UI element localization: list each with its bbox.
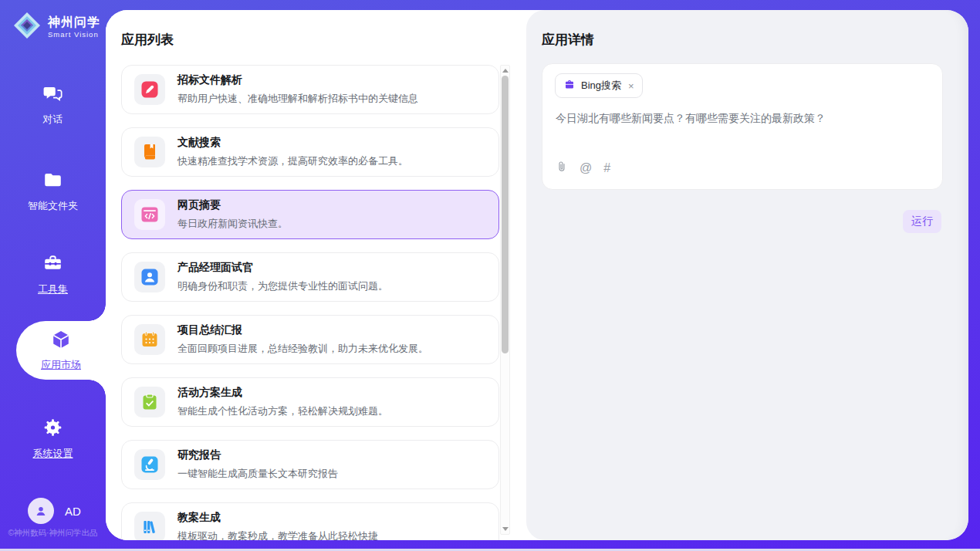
sidebar-item-smart-folder[interactable]: 智能文件夹 <box>0 170 106 213</box>
app-desc: 全面回顾项目进展，总结经验教训，助力未来优化发展。 <box>177 342 428 356</box>
calendar-icon <box>134 324 165 355</box>
app-title: 活动方案生成 <box>177 386 388 400</box>
app-desc: 智能生成个性化活动方案，轻松解决规划难题。 <box>177 404 388 418</box>
app-list-scrollbar[interactable] <box>500 65 510 535</box>
user-account[interactable]: AD <box>28 498 81 524</box>
content-area: 应用列表 招标文件解析 帮助用户快速、准确地理解和解析招标书中的关键信息 <box>106 10 968 540</box>
interviewer-icon <box>134 262 165 292</box>
cube-icon <box>50 329 72 353</box>
app-desc: 每日政府新闻资讯快查。 <box>177 217 288 231</box>
brand-tagline: Smart Vision <box>48 31 100 39</box>
browser-code-icon <box>134 199 165 230</box>
run-button[interactable]: 运行 <box>903 210 941 233</box>
paperclip-icon[interactable] <box>556 160 568 177</box>
chat-icon <box>42 83 63 106</box>
briefcase-icon <box>563 79 576 93</box>
app-card-research-report[interactable]: 研究报告 一键智能生成高质量长文本研究报告 <box>121 440 499 489</box>
app-desc: 帮助用户快速、准确地理解和解析招标书中的关键信息 <box>177 92 418 106</box>
sidebar: 神州问学 Smart Vision 对话 智能文件夹 <box>0 0 106 549</box>
books-icon <box>134 512 165 540</box>
avatar[interactable] <box>28 498 54 524</box>
book-icon <box>134 137 165 167</box>
brand-name: 神州问学 <box>48 15 100 29</box>
sidebar-item-app-market[interactable]: 应用市场 <box>16 321 106 380</box>
sidebar-item-label: 工具集 <box>38 282 68 296</box>
query-text[interactable]: 今日湖北有哪些新闻要点？有哪些需要关注的最新政策？ <box>556 112 930 126</box>
app-detail-title: 应用详情 <box>542 31 594 49</box>
tag-label: Bing搜索 <box>581 79 621 93</box>
mention-icon[interactable]: @ <box>580 162 592 174</box>
sidebar-item-label: 对话 <box>43 113 63 127</box>
sidebar-item-label: 应用市场 <box>41 358 81 372</box>
scroll-up-arrow-icon[interactable] <box>501 66 509 76</box>
app-desc: 模板驱动，教案秒成，教学准备从此轻松快捷 <box>177 529 378 540</box>
copyright-text: ©神州数码·神州问学出品 <box>0 528 106 539</box>
app-list-title: 应用列表 <box>121 31 174 49</box>
scrollbar-thumb[interactable] <box>502 76 509 353</box>
hashtag-icon[interactable]: # <box>603 162 610 174</box>
clipboard-check-icon <box>134 387 165 417</box>
app-desc: 明确身份和职责，为您提供专业性的面试问题。 <box>177 279 388 293</box>
brand-logo: 神州问学 Smart Vision <box>12 11 100 43</box>
sidebar-item-chat[interactable]: 对话 <box>0 83 106 127</box>
folder-icon <box>42 170 63 193</box>
tender-doc-icon <box>134 74 165 105</box>
app-card-pm-interviewer[interactable]: 产品经理面试官 明确身份和职责，为您提供专业性的面试问题。 <box>121 252 499 302</box>
app-card-event-plan[interactable]: 活动方案生成 智能生成个性化活动方案，轻松解决规划难题。 <box>121 377 499 427</box>
scroll-down-arrow-icon[interactable] <box>501 524 509 534</box>
app-title: 教案生成 <box>177 511 378 525</box>
toolbox-icon <box>42 253 63 276</box>
sidebar-item-label: 系统设置 <box>33 447 73 461</box>
app-list-panel: 应用列表 招标文件解析 帮助用户快速、准确地理解和解析招标书中的关键信息 <box>106 10 526 540</box>
app-title: 研究报告 <box>177 448 338 462</box>
user-initials: AD <box>65 505 81 518</box>
sidebar-item-toolset[interactable]: 工具集 <box>0 253 106 296</box>
app-title: 产品经理面试官 <box>177 261 388 275</box>
app-detail-panel: 应用详情 Bing搜索 × 今日湖北有哪些新闻要点？有哪些需要关注的最新政策？ <box>526 10 968 540</box>
app-title: 网页摘要 <box>177 198 288 212</box>
sidebar-item-settings[interactable]: 系统设置 <box>0 417 106 461</box>
app-desc: 快速精准查找学术资源，提高研究效率的必备工具。 <box>177 154 408 168</box>
app-title: 项目总结汇报 <box>177 323 428 337</box>
app-title: 招标文件解析 <box>177 73 418 87</box>
tool-tag-bing-search[interactable]: Bing搜索 × <box>555 73 643 98</box>
app-title: 文献搜索 <box>177 136 408 150</box>
app-card-tender-parse[interactable]: 招标文件解析 帮助用户快速、准确地理解和解析招标书中的关键信息 <box>121 65 499 114</box>
app-card-lesson-plan[interactable]: 教案生成 模板驱动，教案秒成，教学准备从此轻松快捷 <box>121 502 499 540</box>
microscope-icon <box>134 449 165 480</box>
app-list: 招标文件解析 帮助用户快速、准确地理解和解析招标书中的关键信息 文献搜索 <box>121 65 499 540</box>
app-card-project-summary[interactable]: 项目总结汇报 全面回顾项目进展，总结经验教训，助力未来优化发展。 <box>121 315 499 364</box>
app-card-web-summary[interactable]: 网页摘要 每日政府新闻资讯快查。 <box>121 190 499 239</box>
sidebar-item-label: 智能文件夹 <box>28 199 78 213</box>
app-desc: 一键智能生成高质量长文本研究报告 <box>177 467 338 481</box>
tag-close-icon[interactable]: × <box>628 80 634 92</box>
gear-icon <box>42 417 63 441</box>
diamond-logo-icon <box>12 11 42 43</box>
prompt-composer[interactable]: Bing搜索 × 今日湖北有哪些新闻要点？有哪些需要关注的最新政策？ @ # <box>542 63 943 190</box>
app-card-literature-search[interactable]: 文献搜索 快速精准查找学术资源，提高研究效率的必备工具。 <box>121 127 499 177</box>
